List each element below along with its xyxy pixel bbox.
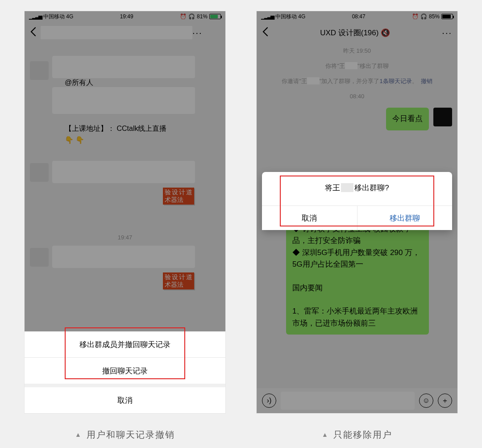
- triangle-up-icon: ▲: [75, 431, 82, 438]
- phone-right: ▁▂▃▅ 中国移动 4G 08:47 ⏰ 🎧 85% UXD 设计圈(196) …: [257, 11, 457, 413]
- caption-left: ▲用户和聊天记录撤销: [25, 429, 225, 441]
- sheet-revoke-only[interactable]: 撤回聊天记录: [25, 358, 225, 384]
- triangle-up-icon: ▲: [322, 431, 329, 438]
- sheet-remove-and-revoke[interactable]: 移出群成员并撤回聊天记录: [25, 331, 225, 357]
- caption-text: 用户和聊天记录撤销: [87, 430, 175, 440]
- text: 移出群聊?: [354, 184, 389, 192]
- text: 将王: [325, 184, 340, 192]
- caption-text: 只能移除用户: [333, 430, 392, 440]
- caption-right: ▲只能移除用户: [257, 429, 457, 441]
- modal-confirm-button[interactable]: 移出群聊: [357, 206, 453, 230]
- action-sheet: 移出群成员并撤回聊天记录 撤回聊天记录 取消: [25, 331, 225, 413]
- comparison-stage: ▁▂▃▅ 中国移动 4G 19:49 ⏰ 🎧 81% ···: [0, 0, 482, 448]
- remove-confirm-modal: 将王移出群聊? 取消 移出群聊: [262, 172, 452, 230]
- phone-left: ▁▂▃▅ 中国移动 4G 19:49 ⏰ 🎧 81% ···: [25, 11, 225, 413]
- modal-title: 将王移出群聊?: [262, 172, 452, 205]
- redacted: [341, 183, 353, 192]
- sheet-cancel[interactable]: 取消: [25, 387, 225, 413]
- modal-cancel-button[interactable]: 取消: [262, 206, 357, 230]
